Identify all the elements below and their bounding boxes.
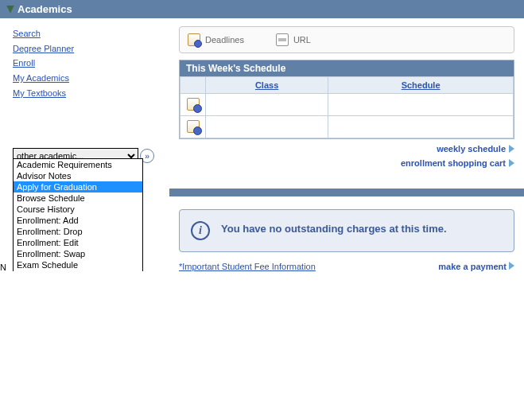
deadline-row-icon[interactable]	[187, 98, 200, 111]
dd-browse-schedule[interactable]: Browse Schedule	[14, 192, 142, 204]
dd-exam-schedule[interactable]: Exam Schedule	[14, 259, 142, 270]
deadlines-label: Deadlines	[205, 35, 244, 45]
left-nav-links: Search Degree Planner Enroll My Academic…	[13, 26, 160, 100]
link-my-textbooks[interactable]: My Textbooks	[13, 88, 66, 98]
collapse-icon[interactable]	[6, 6, 14, 14]
dd-enrollment-swap[interactable]: Enrollment: Swap	[14, 248, 142, 259]
obscured-char-1: N	[0, 262, 6, 271]
arrow-right-icon	[509, 262, 514, 270]
arrow-right-icon	[509, 159, 514, 167]
link-search[interactable]: Search	[13, 29, 41, 38]
dd-course-history[interactable]: Course History	[14, 204, 142, 215]
dd-enrollment-edit[interactable]: Enrollment: Edit	[14, 237, 142, 248]
make-payment-link[interactable]: make a payment	[438, 262, 514, 271]
dd-academic-requirements[interactable]: Academic Requirements	[14, 159, 142, 170]
deadlines-tool[interactable]: Deadlines	[188, 33, 244, 46]
info-message: You have no outstanding charges at this …	[221, 221, 447, 237]
info-icon: i	[191, 221, 210, 240]
arrow-right-icon	[509, 145, 514, 153]
link-my-academics[interactable]: My Academics	[13, 73, 69, 83]
link-enroll[interactable]: Enroll	[13, 58, 35, 68]
table-row	[180, 94, 514, 116]
section-divider	[169, 189, 524, 196]
fee-information-link[interactable]: *Important Student Fee Information	[179, 262, 316, 271]
url-icon	[276, 33, 289, 46]
link-degree-planner[interactable]: Degree Planner	[13, 44, 74, 53]
dd-enrollment-add[interactable]: Enrollment: Add	[14, 215, 142, 226]
col-icon	[180, 77, 206, 94]
dd-advisor-notes[interactable]: Advisor Notes	[14, 170, 142, 181]
dd-grades[interactable]: Grades	[14, 270, 142, 271]
url-label: URL	[293, 35, 311, 45]
info-box: i You have no outstanding charges at thi…	[179, 209, 514, 252]
toolbar: Deadlines URL	[179, 26, 514, 53]
schedule-table: Class Schedule	[180, 76, 514, 138]
table-row	[180, 116, 514, 138]
header-title: Academics	[17, 3, 72, 15]
academics-header: Academics	[0, 0, 524, 18]
weekly-schedule-box: This Week's Schedule Class Schedule	[179, 60, 514, 139]
url-tool[interactable]: URL	[276, 33, 311, 46]
dd-apply-for-graduation[interactable]: Apply for Graduation	[14, 181, 142, 192]
col-schedule[interactable]: Schedule	[328, 77, 514, 94]
enrollment-cart-link[interactable]: enrollment shopping cart	[179, 158, 514, 168]
weekly-schedule-link[interactable]: weekly schedule	[179, 144, 514, 154]
deadlines-icon	[188, 33, 200, 46]
schedule-title: This Week's Schedule	[180, 60, 514, 76]
deadline-row-icon[interactable]	[187, 120, 200, 133]
dropdown-listbox[interactable]: Academic Requirements Advisor Notes Appl…	[13, 158, 143, 271]
dd-enrollment-drop[interactable]: Enrollment: Drop	[14, 226, 142, 237]
col-class[interactable]: Class	[206, 77, 328, 94]
